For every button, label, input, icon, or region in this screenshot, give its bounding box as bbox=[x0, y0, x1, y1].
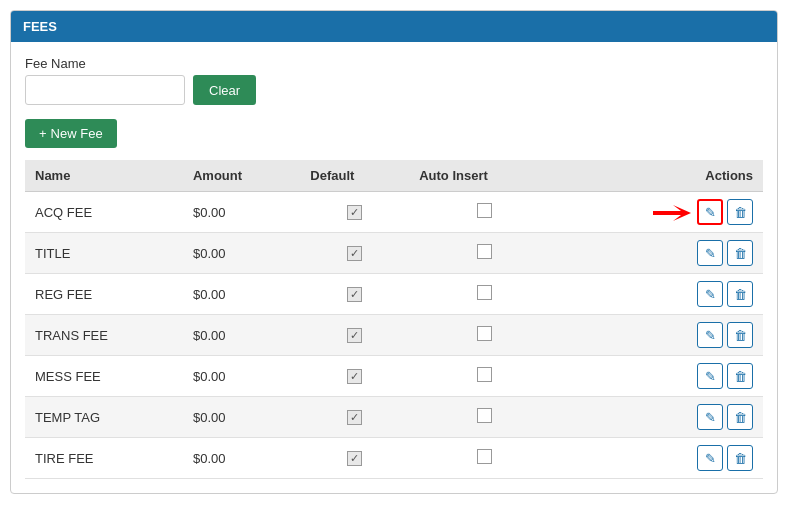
row-name: REG FEE bbox=[25, 274, 183, 315]
row-default: ✓ bbox=[300, 192, 409, 233]
row-default: ✓ bbox=[300, 315, 409, 356]
row-auto-insert bbox=[409, 315, 560, 356]
row-name: TITLE bbox=[25, 233, 183, 274]
new-fee-label: New Fee bbox=[51, 126, 103, 141]
row-amount: $0.00 bbox=[183, 315, 300, 356]
auto-insert-checkbox[interactable] bbox=[477, 408, 492, 423]
edit-button[interactable]: ✎ bbox=[697, 445, 723, 471]
window-title: FEES bbox=[23, 19, 57, 34]
edit-button[interactable]: ✎ bbox=[697, 322, 723, 348]
fee-name-label: Fee Name bbox=[25, 56, 763, 71]
table-header-row: Name Amount Default Auto Insert Actions bbox=[25, 160, 763, 192]
row-name: TIRE FEE bbox=[25, 438, 183, 479]
edit-button[interactable]: ✎ bbox=[697, 240, 723, 266]
row-actions: ✎ 🗑 bbox=[560, 315, 763, 356]
col-header-amount: Amount bbox=[183, 160, 300, 192]
row-auto-insert bbox=[409, 192, 560, 233]
table-row: TRANS FEE$0.00✓✎ 🗑 bbox=[25, 315, 763, 356]
edit-button[interactable]: ✎ bbox=[697, 281, 723, 307]
row-name: MESS FEE bbox=[25, 356, 183, 397]
row-default: ✓ bbox=[300, 356, 409, 397]
fee-name-input[interactable] bbox=[25, 75, 185, 105]
title-bar: FEES bbox=[11, 11, 777, 42]
default-checkbox[interactable]: ✓ bbox=[347, 369, 362, 384]
row-auto-insert bbox=[409, 274, 560, 315]
row-actions: ✎ 🗑 bbox=[560, 438, 763, 479]
auto-insert-checkbox[interactable] bbox=[477, 367, 492, 382]
table-row: TEMP TAG$0.00✓✎ 🗑 bbox=[25, 397, 763, 438]
table-row: ACQ FEE$0.00✓✎ 🗑 bbox=[25, 192, 763, 233]
row-actions: ✎ 🗑 bbox=[560, 192, 763, 233]
table-row: MESS FEE$0.00✓✎ 🗑 bbox=[25, 356, 763, 397]
row-default: ✓ bbox=[300, 397, 409, 438]
plus-icon: + bbox=[39, 126, 47, 141]
row-actions: ✎ 🗑 bbox=[560, 233, 763, 274]
row-amount: $0.00 bbox=[183, 274, 300, 315]
edit-button[interactable]: ✎ bbox=[697, 199, 723, 225]
col-header-name: Name bbox=[25, 160, 183, 192]
delete-button[interactable]: 🗑 bbox=[727, 445, 753, 471]
row-default: ✓ bbox=[300, 438, 409, 479]
row-name: TRANS FEE bbox=[25, 315, 183, 356]
auto-insert-checkbox[interactable] bbox=[477, 244, 492, 259]
row-default: ✓ bbox=[300, 274, 409, 315]
table-row: TIRE FEE$0.00✓✎ 🗑 bbox=[25, 438, 763, 479]
default-checkbox[interactable]: ✓ bbox=[347, 246, 362, 261]
row-name: ACQ FEE bbox=[25, 192, 183, 233]
table-row: REG FEE$0.00✓✎ 🗑 bbox=[25, 274, 763, 315]
row-name: TEMP TAG bbox=[25, 397, 183, 438]
new-fee-button[interactable]: + New Fee bbox=[25, 119, 117, 148]
delete-button[interactable]: 🗑 bbox=[727, 199, 753, 225]
search-row: Clear bbox=[25, 75, 763, 105]
row-auto-insert bbox=[409, 356, 560, 397]
row-amount: $0.00 bbox=[183, 192, 300, 233]
default-checkbox[interactable]: ✓ bbox=[347, 205, 362, 220]
edit-button[interactable]: ✎ bbox=[697, 404, 723, 430]
row-actions: ✎ 🗑 bbox=[560, 356, 763, 397]
col-header-auto-insert: Auto Insert bbox=[409, 160, 560, 192]
delete-button[interactable]: 🗑 bbox=[727, 363, 753, 389]
row-auto-insert bbox=[409, 233, 560, 274]
row-amount: $0.00 bbox=[183, 233, 300, 274]
delete-button[interactable]: 🗑 bbox=[727, 322, 753, 348]
table-row: TITLE$0.00✓✎ 🗑 bbox=[25, 233, 763, 274]
row-amount: $0.00 bbox=[183, 356, 300, 397]
content-area: Fee Name Clear + New Fee Name Amount Def… bbox=[11, 42, 777, 493]
row-actions: ✎ 🗑 bbox=[560, 274, 763, 315]
auto-insert-checkbox[interactable] bbox=[477, 285, 492, 300]
row-auto-insert bbox=[409, 397, 560, 438]
fees-window: FEES Fee Name Clear + New Fee Name Amoun… bbox=[10, 10, 778, 494]
default-checkbox[interactable]: ✓ bbox=[347, 287, 362, 302]
fees-table: Name Amount Default Auto Insert Actions … bbox=[25, 160, 763, 479]
col-header-actions: Actions bbox=[560, 160, 763, 192]
auto-insert-checkbox[interactable] bbox=[477, 449, 492, 464]
svg-marker-0 bbox=[653, 205, 691, 221]
edit-button[interactable]: ✎ bbox=[697, 363, 723, 389]
default-checkbox[interactable]: ✓ bbox=[347, 451, 362, 466]
clear-button[interactable]: Clear bbox=[193, 75, 256, 105]
row-amount: $0.00 bbox=[183, 397, 300, 438]
red-arrow-icon bbox=[653, 203, 693, 223]
delete-button[interactable]: 🗑 bbox=[727, 281, 753, 307]
row-amount: $0.00 bbox=[183, 438, 300, 479]
row-default: ✓ bbox=[300, 233, 409, 274]
default-checkbox[interactable]: ✓ bbox=[347, 410, 362, 425]
delete-button[interactable]: 🗑 bbox=[727, 404, 753, 430]
row-auto-insert bbox=[409, 438, 560, 479]
row-actions: ✎ 🗑 bbox=[560, 397, 763, 438]
auto-insert-checkbox[interactable] bbox=[477, 326, 492, 341]
auto-insert-checkbox[interactable] bbox=[477, 203, 492, 218]
col-header-default: Default bbox=[300, 160, 409, 192]
default-checkbox[interactable]: ✓ bbox=[347, 328, 362, 343]
delete-button[interactable]: 🗑 bbox=[727, 240, 753, 266]
